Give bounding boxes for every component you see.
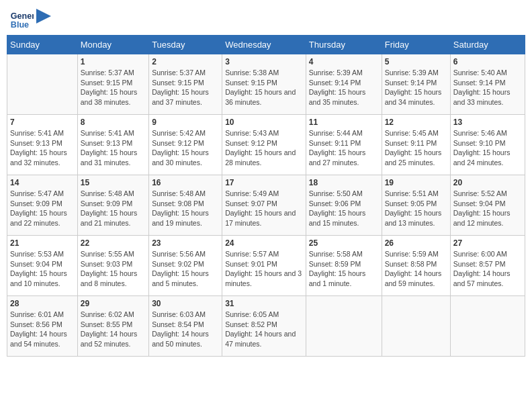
cell-info: Sunrise: 5:37 AM Sunset: 9:15 PM Dayligh… (152, 68, 219, 107)
day-number: 25 (309, 238, 379, 248)
cell-info: Sunrise: 5:39 AM Sunset: 9:14 PM Dayligh… (309, 68, 379, 107)
day-number: 21 (10, 238, 75, 248)
calendar-week-row: 14Sunrise: 5:47 AM Sunset: 9:09 PM Dayli… (7, 175, 525, 236)
calendar-cell: 27Sunrise: 6:00 AM Sunset: 8:57 PM Dayli… (450, 236, 525, 296)
calendar-week-row: 1Sunrise: 5:37 AM Sunset: 9:15 PM Daylig… (7, 54, 525, 115)
day-number: 12 (385, 118, 447, 127)
day-number: 20 (453, 178, 522, 187)
cell-info: Sunrise: 5:44 AM Sunset: 9:11 PM Dayligh… (309, 128, 379, 168)
calendar-cell: 11Sunrise: 5:44 AM Sunset: 9:11 PM Dayli… (306, 115, 382, 175)
day-number: 11 (309, 118, 379, 127)
weekday-header-sunday: Sunday (7, 36, 78, 54)
calendar-cell: 26Sunrise: 5:59 AM Sunset: 8:58 PM Dayli… (382, 236, 450, 296)
calendar-cell: 5Sunrise: 5:39 AM Sunset: 9:14 PM Daylig… (382, 54, 450, 115)
cell-info: Sunrise: 5:45 AM Sunset: 9:11 PM Dayligh… (385, 128, 447, 168)
day-number: 29 (81, 299, 146, 308)
weekday-header-row: SundayMondayTuesdayWednesdayThursdayFrid… (7, 36, 525, 54)
calendar-cell: 20Sunrise: 5:52 AM Sunset: 9:04 PM Dayli… (450, 175, 525, 236)
calendar-cell: 3Sunrise: 5:38 AM Sunset: 9:15 PM Daylig… (222, 54, 306, 115)
day-number: 4 (309, 57, 379, 66)
day-number: 27 (453, 238, 522, 248)
day-number: 24 (225, 238, 303, 248)
cell-info: Sunrise: 5:59 AM Sunset: 8:58 PM Dayligh… (385, 249, 447, 289)
calendar-cell: 16Sunrise: 5:48 AM Sunset: 9:08 PM Dayli… (149, 175, 222, 236)
cell-info: Sunrise: 5:40 AM Sunset: 9:14 PM Dayligh… (453, 68, 522, 107)
day-number: 26 (385, 238, 447, 248)
calendar-cell: 22Sunrise: 5:55 AM Sunset: 9:03 PM Dayli… (77, 236, 148, 296)
cell-info: Sunrise: 5:47 AM Sunset: 9:09 PM Dayligh… (10, 189, 75, 228)
day-number: 18 (309, 178, 379, 187)
calendar-cell (382, 296, 450, 357)
calendar-cell: 14Sunrise: 5:47 AM Sunset: 9:09 PM Dayli… (7, 175, 78, 236)
day-number: 13 (453, 118, 522, 127)
calendar-cell: 18Sunrise: 5:50 AM Sunset: 9:06 PM Dayli… (306, 175, 382, 236)
weekday-header-friday: Friday (382, 36, 450, 54)
calendar-cell: 31Sunrise: 6:05 AM Sunset: 8:52 PM Dayli… (222, 296, 306, 357)
calendar-week-row: 21Sunrise: 5:53 AM Sunset: 9:04 PM Dayli… (7, 236, 525, 296)
svg-marker-3 (36, 9, 51, 24)
logo: General Blue (9, 7, 51, 31)
day-number: 28 (10, 299, 75, 308)
cell-info: Sunrise: 5:50 AM Sunset: 9:06 PM Dayligh… (309, 189, 379, 228)
calendar-cell (450, 296, 525, 357)
calendar-cell: 15Sunrise: 5:48 AM Sunset: 9:09 PM Dayli… (77, 175, 148, 236)
calendar-cell: 19Sunrise: 5:51 AM Sunset: 9:05 PM Dayli… (382, 175, 450, 236)
calendar-cell (7, 54, 78, 115)
day-number: 7 (10, 118, 75, 127)
calendar-cell: 25Sunrise: 5:58 AM Sunset: 8:59 PM Dayli… (306, 236, 382, 296)
cell-info: Sunrise: 5:51 AM Sunset: 9:05 PM Dayligh… (385, 189, 447, 228)
calendar-cell: 8Sunrise: 5:41 AM Sunset: 9:13 PM Daylig… (77, 115, 148, 175)
day-number: 10 (225, 118, 303, 127)
day-number: 16 (152, 178, 219, 187)
day-number: 3 (225, 57, 303, 66)
calendar-table: SundayMondayTuesdayWednesdayThursdayFrid… (7, 35, 525, 357)
calendar-cell: 9Sunrise: 5:42 AM Sunset: 9:12 PM Daylig… (149, 115, 222, 175)
calendar-week-row: 28Sunrise: 6:01 AM Sunset: 8:56 PM Dayli… (7, 296, 525, 357)
day-number: 19 (385, 178, 447, 187)
cell-info: Sunrise: 5:39 AM Sunset: 9:14 PM Dayligh… (385, 68, 447, 107)
calendar-cell: 17Sunrise: 5:49 AM Sunset: 9:07 PM Dayli… (222, 175, 306, 236)
cell-info: Sunrise: 5:58 AM Sunset: 8:59 PM Dayligh… (309, 249, 379, 289)
cell-info: Sunrise: 5:53 AM Sunset: 9:04 PM Dayligh… (10, 249, 75, 289)
calendar-cell (306, 296, 382, 357)
cell-info: Sunrise: 5:41 AM Sunset: 9:13 PM Dayligh… (10, 128, 75, 168)
cell-info: Sunrise: 5:56 AM Sunset: 9:02 PM Dayligh… (152, 249, 219, 289)
cell-info: Sunrise: 5:37 AM Sunset: 9:15 PM Dayligh… (81, 68, 146, 107)
day-number: 30 (152, 299, 219, 308)
day-number: 5 (385, 57, 447, 66)
calendar-cell: 7Sunrise: 5:41 AM Sunset: 9:13 PM Daylig… (7, 115, 78, 175)
calendar-cell: 13Sunrise: 5:46 AM Sunset: 9:10 PM Dayli… (450, 115, 525, 175)
day-number: 8 (81, 118, 146, 127)
cell-info: Sunrise: 5:57 AM Sunset: 9:01 PM Dayligh… (225, 249, 303, 289)
calendar-cell: 10Sunrise: 5:43 AM Sunset: 9:12 PM Dayli… (222, 115, 306, 175)
calendar-cell: 6Sunrise: 5:40 AM Sunset: 9:14 PM Daylig… (450, 54, 525, 115)
weekday-header-thursday: Thursday (306, 36, 382, 54)
calendar-week-row: 7Sunrise: 5:41 AM Sunset: 9:13 PM Daylig… (7, 115, 525, 175)
logo-arrow-icon (36, 9, 51, 24)
day-number: 23 (152, 238, 219, 248)
cell-info: Sunrise: 5:52 AM Sunset: 9:04 PM Dayligh… (453, 189, 522, 228)
cell-info: Sunrise: 5:38 AM Sunset: 9:15 PM Dayligh… (225, 68, 303, 107)
day-number: 6 (453, 57, 522, 66)
day-number: 22 (81, 238, 146, 248)
day-number: 17 (225, 178, 303, 187)
cell-info: Sunrise: 6:05 AM Sunset: 8:52 PM Dayligh… (225, 310, 303, 349)
svg-text:Blue: Blue (11, 20, 29, 30)
cell-info: Sunrise: 5:55 AM Sunset: 9:03 PM Dayligh… (81, 249, 146, 289)
weekday-header-tuesday: Tuesday (149, 36, 222, 54)
logo-icon: General Blue (9, 7, 34, 31)
cell-info: Sunrise: 6:01 AM Sunset: 8:56 PM Dayligh… (10, 310, 75, 349)
cell-info: Sunrise: 5:43 AM Sunset: 9:12 PM Dayligh… (225, 128, 303, 168)
cell-info: Sunrise: 5:41 AM Sunset: 9:13 PM Dayligh… (81, 128, 146, 168)
calendar-cell: 2Sunrise: 5:37 AM Sunset: 9:15 PM Daylig… (149, 54, 222, 115)
calendar-cell: 21Sunrise: 5:53 AM Sunset: 9:04 PM Dayli… (7, 236, 78, 296)
cell-info: Sunrise: 5:46 AM Sunset: 9:10 PM Dayligh… (453, 128, 522, 168)
day-number: 15 (81, 178, 146, 187)
cell-info: Sunrise: 6:03 AM Sunset: 8:54 PM Dayligh… (152, 310, 219, 349)
weekday-header-monday: Monday (77, 36, 148, 54)
cell-info: Sunrise: 5:48 AM Sunset: 9:08 PM Dayligh… (152, 189, 219, 228)
calendar-cell: 23Sunrise: 5:56 AM Sunset: 9:02 PM Dayli… (149, 236, 222, 296)
cell-info: Sunrise: 5:49 AM Sunset: 9:07 PM Dayligh… (225, 189, 303, 228)
calendar-cell: 4Sunrise: 5:39 AM Sunset: 9:14 PM Daylig… (306, 54, 382, 115)
day-number: 14 (10, 178, 75, 187)
